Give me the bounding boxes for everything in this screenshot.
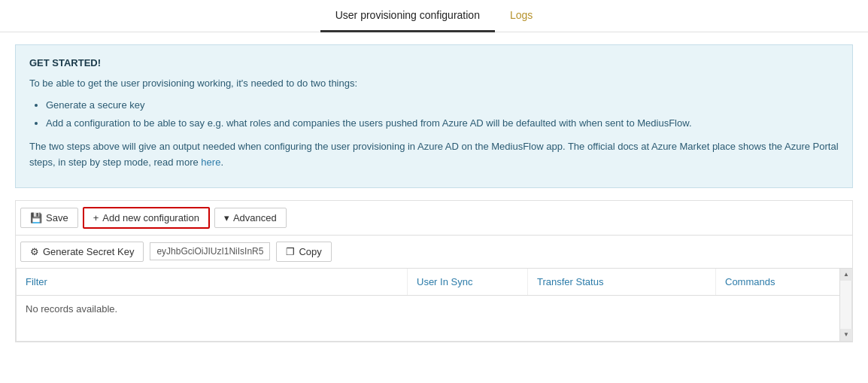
- col-commands: Commands: [716, 269, 851, 295]
- scroll-down-button[interactable]: ▼: [840, 329, 852, 341]
- info-footer: The two steps above will give an output …: [29, 139, 839, 171]
- main-content: GET STARTED! To be able to get the user …: [0, 32, 868, 354]
- advanced-button[interactable]: ▾ Advanced: [214, 208, 287, 228]
- bullet-1: Generate a secure key: [46, 98, 839, 114]
- copy-icon: ❐: [286, 246, 295, 257]
- secret-key-row: ⚙ Generate Secret Key ❐ Copy: [16, 236, 852, 269]
- generate-label: Generate Secret Key: [43, 246, 134, 257]
- footer-text: The two steps above will give an output …: [29, 141, 839, 168]
- content-area: 💾 Save + Add new configuration ▾ Advance…: [15, 200, 853, 342]
- col-filter: Filter: [17, 269, 408, 295]
- here-link[interactable]: here: [201, 157, 220, 168]
- table-scrollbar[interactable]: ▲ ▼: [839, 269, 851, 341]
- tab-navigation: User provisioning configuration Logs: [0, 0, 868, 32]
- add-config-label: Add new configuration: [102, 212, 199, 223]
- toolbar: 💾 Save + Add new configuration ▾ Advance…: [16, 201, 852, 236]
- copy-label: Copy: [299, 246, 321, 257]
- empty-message: No records available.: [26, 303, 117, 315]
- copy-button[interactable]: ❐ Copy: [276, 242, 331, 262]
- plus-icon: +: [93, 212, 99, 223]
- tab-logs[interactable]: Logs: [495, 0, 548, 32]
- get-started-heading: GET STARTED!: [29, 56, 839, 71]
- save-button[interactable]: 💾 Save: [20, 208, 78, 228]
- table-wrapper: Filter User In Sync Transfer Status Comm…: [16, 269, 852, 342]
- scroll-up-button[interactable]: ▲: [840, 269, 852, 281]
- col-user-in-sync: User In Sync: [408, 269, 528, 295]
- table-header: Filter User In Sync Transfer Status Comm…: [17, 269, 851, 296]
- save-icon: 💾: [30, 212, 42, 223]
- bullet-2: Add a configuration to be able to say e.…: [46, 116, 839, 132]
- add-new-configuration-button[interactable]: + Add new configuration: [83, 207, 210, 229]
- info-bullets: Generate a secure key Add a configuratio…: [46, 98, 839, 132]
- info-box: GET STARTED! To be able to get the user …: [15, 44, 853, 188]
- secret-key-input[interactable]: [150, 242, 270, 260]
- gear-icon: ⚙: [30, 246, 39, 257]
- table-body: No records available.: [17, 296, 851, 341]
- triangle-down-icon: ▾: [224, 212, 229, 223]
- save-label: Save: [46, 212, 68, 223]
- tab-provisioning[interactable]: User provisioning configuration: [320, 0, 495, 32]
- col-transfer-status: Transfer Status: [528, 269, 716, 295]
- info-intro: To be able to get the user provisioning …: [29, 76, 839, 92]
- generate-secret-key-button[interactable]: ⚙ Generate Secret Key: [20, 242, 144, 262]
- advanced-label: Advanced: [233, 212, 277, 223]
- footer-end: .: [220, 157, 223, 168]
